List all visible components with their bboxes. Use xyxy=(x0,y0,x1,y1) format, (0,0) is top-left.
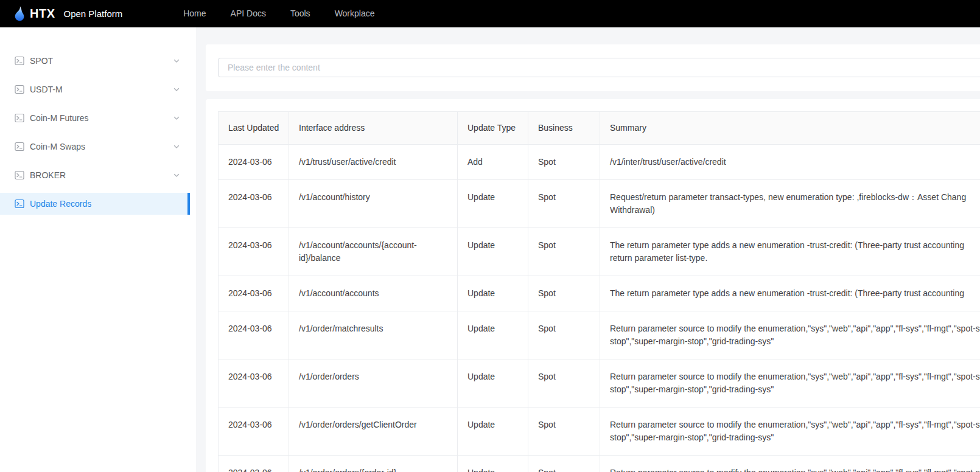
sidebar-item-broker[interactable]: BROKER xyxy=(0,164,190,186)
cell-interface-address: /v1/order/orders/{order-id} xyxy=(289,456,458,472)
cell-last-updated: 2024-03-06 xyxy=(219,311,289,359)
table-row: 2024-03-06 /v1/trust/user/active/credit … xyxy=(219,145,980,180)
cell-update-type: Update xyxy=(458,456,528,472)
chevron-down-icon xyxy=(173,143,180,150)
brand-logo[interactable]: HTX Open Platform xyxy=(13,6,122,21)
table-row: 2024-03-06 /v1/account/accounts Update S… xyxy=(219,276,980,311)
cell-interface-address: /v1/order/orders xyxy=(289,359,458,408)
search-card xyxy=(206,44,980,91)
page-layout: SPOT USDT-M Coin-M xyxy=(0,27,980,472)
cell-interface-address: /v1/order/matchresults xyxy=(289,311,458,359)
column-header-business: Business xyxy=(528,112,600,145)
cell-interface-address: /v1/account/accounts/{account-id}/balanc… xyxy=(289,228,458,276)
cell-interface-address: /v1/account/history xyxy=(289,180,458,228)
table-row: 2024-03-06 /v1/order/matchresults Update… xyxy=(219,311,980,359)
search-input[interactable] xyxy=(218,58,980,77)
table-row: 2024-03-06 /v1/order/orders/getClientOrd… xyxy=(219,408,980,456)
sidebar-item-update-records[interactable]: Update Records xyxy=(0,193,190,215)
sidebar-item-label: Coin-M Futures xyxy=(30,113,173,123)
top-navbar: HTX Open Platform HomeAPI DocsToolsWorkp… xyxy=(0,0,980,27)
cell-update-type: Update xyxy=(458,228,528,276)
brand-subtitle: Open Platform xyxy=(64,9,123,19)
terminal-icon xyxy=(15,113,24,123)
cell-last-updated: 2024-03-06 xyxy=(219,359,289,408)
cell-business: Spot xyxy=(528,408,600,456)
main-content: Last UpdatedInterface addressUpdate Type… xyxy=(196,27,980,472)
terminal-icon xyxy=(15,199,24,209)
brand-name: HTX xyxy=(30,7,55,21)
update-records-table: Last UpdatedInterface addressUpdate Type… xyxy=(218,111,980,472)
cell-business: Spot xyxy=(528,180,600,228)
cell-summary: Return parameter source to modify the en… xyxy=(600,359,980,408)
update-records-card: Last UpdatedInterface addressUpdate Type… xyxy=(206,99,980,472)
table-row: 2024-03-06 /v1/order/orders/{order-id} U… xyxy=(219,456,980,472)
nav-item-workplace[interactable]: Workplace xyxy=(335,0,375,27)
cell-last-updated: 2024-03-06 xyxy=(219,408,289,456)
sidebar-item-label: Coin-M Swaps xyxy=(30,142,173,151)
table-header: Last UpdatedInterface addressUpdate Type… xyxy=(219,112,980,145)
htx-flame-icon xyxy=(13,6,25,21)
cell-business: Spot xyxy=(528,145,600,180)
nav-item-api-docs[interactable]: API Docs xyxy=(231,0,266,27)
cell-update-type: Update xyxy=(458,311,528,359)
terminal-icon xyxy=(15,56,24,66)
cell-summary: The return parameter type adds a new enu… xyxy=(600,228,980,276)
table-header-row: Last UpdatedInterface addressUpdate Type… xyxy=(219,112,980,145)
table-row: 2024-03-06 /v1/order/orders Update Spot … xyxy=(219,359,980,408)
cell-business: Spot xyxy=(528,311,600,359)
chevron-down-icon xyxy=(173,57,180,64)
nav-links: HomeAPI DocsToolsWorkplace xyxy=(183,0,399,27)
sidebar-item-label: SPOT xyxy=(30,56,173,66)
cell-last-updated: 2024-03-06 xyxy=(219,276,289,311)
sidebar: SPOT USDT-M Coin-M xyxy=(0,27,196,472)
cell-last-updated: 2024-03-06 xyxy=(219,145,289,180)
sidebar-item-label: USDT-M xyxy=(30,85,173,94)
cell-interface-address: /v1/order/orders/getClientOrder xyxy=(289,408,458,456)
terminal-icon xyxy=(15,170,24,180)
cell-summary: Return parameter source to modify the en… xyxy=(600,456,980,472)
table-row: 2024-03-06 /v1/account/history Update Sp… xyxy=(219,180,980,228)
chevron-down-icon xyxy=(173,86,180,93)
column-header-last-updated: Last Updated xyxy=(219,112,289,145)
cell-summary: Request/return parameter transact-types,… xyxy=(600,180,980,228)
nav-item-home[interactable]: Home xyxy=(183,0,206,27)
cell-interface-address: /v1/trust/user/active/credit xyxy=(289,145,458,180)
chevron-down-icon xyxy=(173,172,180,179)
cell-update-type: Add xyxy=(458,145,528,180)
nav-item-tools[interactable]: Tools xyxy=(290,0,310,27)
cell-business: Spot xyxy=(528,228,600,276)
cell-update-type: Update xyxy=(458,180,528,228)
cell-update-type: Update xyxy=(458,359,528,408)
cell-update-type: Update xyxy=(458,276,528,311)
cell-update-type: Update xyxy=(458,408,528,456)
terminal-icon xyxy=(15,85,24,94)
sidebar-item-coin-m-swaps[interactable]: Coin-M Swaps xyxy=(0,136,190,158)
table-body: 2024-03-06 /v1/trust/user/active/credit … xyxy=(219,145,980,472)
sidebar-item-usdt-m[interactable]: USDT-M xyxy=(0,78,190,100)
cell-summary: Return parameter source to modify the en… xyxy=(600,408,980,456)
column-header-update-type: Update Type xyxy=(458,112,528,145)
cell-last-updated: 2024-03-06 xyxy=(219,180,289,228)
cell-summary: /v1/inter/trust/user/active/credit xyxy=(600,145,980,180)
sidebar-item-label: BROKER xyxy=(30,170,173,180)
cell-last-updated: 2024-03-06 xyxy=(219,228,289,276)
sidebar-item-coin-m-futures[interactable]: Coin-M Futures xyxy=(0,107,190,129)
sidebar-item-spot[interactable]: SPOT xyxy=(0,50,190,72)
table-row: 2024-03-06 /v1/account/accounts/{account… xyxy=(219,228,980,276)
cell-summary: Return parameter source to modify the en… xyxy=(600,311,980,359)
cell-business: Spot xyxy=(528,456,600,472)
column-header-summary: Summary xyxy=(600,112,980,145)
chevron-down-icon xyxy=(173,114,180,122)
terminal-icon xyxy=(15,142,24,151)
cell-summary: The return parameter type adds a new enu… xyxy=(600,276,980,311)
cell-business: Spot xyxy=(528,359,600,408)
sidebar-item-label: Update Records xyxy=(30,199,178,209)
cell-business: Spot xyxy=(528,276,600,311)
cell-last-updated: 2024-03-06 xyxy=(219,456,289,472)
column-header-interface-address: Interface address xyxy=(289,112,458,145)
cell-interface-address: /v1/account/accounts xyxy=(289,276,458,311)
